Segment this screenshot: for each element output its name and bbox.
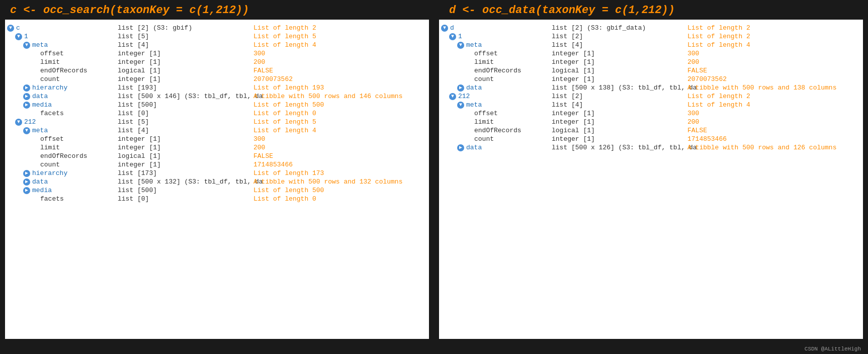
tree-row[interactable]: ▼dlist [2] (S3: gbif_data)List of length… — [441, 24, 861, 32]
col3-value: A tibble with 500 rows and 132 columns — [253, 178, 427, 186]
collapse-icon[interactable]: ▶ — [23, 102, 30, 109]
col2-type: integer [1] — [552, 135, 687, 143]
col1-cell: ▼meta — [7, 41, 118, 49]
col2-type: integer [1] — [118, 135, 253, 143]
col3-value: List of length 0 — [253, 195, 427, 203]
expand-icon[interactable]: ▼ — [23, 127, 30, 134]
col3-value: List of length 4 — [687, 41, 861, 49]
tree-row[interactable]: ▼212list [2]List of length 2 — [441, 92, 861, 101]
expand-icon[interactable]: ▼ — [457, 42, 464, 49]
tree-row: endOfRecordslogical [1]FALSE — [441, 66, 861, 75]
col3-value: List of length 2 — [687, 24, 861, 32]
expand-icon[interactable]: ▼ — [15, 119, 22, 126]
col3-value: List of length 4 — [687, 101, 861, 109]
expand-icon[interactable]: ▼ — [457, 102, 464, 109]
tree-row: limitinteger [1]200 — [7, 58, 427, 66]
left-header: c <- occ_search(taxonKey = c(1,212)) — [5, 4, 434, 17]
tree-row[interactable]: ▶datalist [500 x 126] (S3: tbl_df, tbl, … — [441, 143, 861, 152]
col1-cell: count — [441, 75, 552, 83]
tree-row[interactable]: ▶hierarchylist [193]List of length 193 — [7, 83, 427, 92]
col2-type: list [5] — [118, 118, 253, 126]
tree-row[interactable]: ▶medialist [500]List of length 500 — [7, 101, 427, 109]
expand-icon[interactable]: ▼ — [15, 33, 22, 40]
collapse-icon[interactable]: ▶ — [23, 187, 30, 194]
col3-value: List of length 500 — [253, 187, 427, 194]
tree-row[interactable]: ▼212list [5]List of length 5 — [7, 118, 427, 126]
collapse-icon[interactable]: ▶ — [23, 179, 30, 186]
row-name-label: endOfRecords — [474, 127, 522, 134]
left-title: c <- occ_search(taxonKey = c(1,212)) — [10, 4, 249, 17]
expand-icon[interactable]: ▼ — [449, 93, 456, 100]
col2-type: list [4] — [552, 101, 687, 109]
tree-row[interactable]: ▼metalist [4]List of length 4 — [7, 41, 427, 49]
col2-type: list [500 x 146] (S3: tbl_df, tbl, da — [118, 93, 253, 100]
tree-row: countinteger [1]1714853466 — [441, 135, 861, 143]
tree-row[interactable]: ▶medialist [500]List of length 500 — [7, 186, 427, 195]
col3-value: List of length 5 — [253, 118, 427, 126]
col2-type: list [500 x 126] (S3: tbl_df, tbl, da — [552, 144, 687, 151]
row-name-label: facets — [40, 110, 64, 117]
row-name-label: 1 — [458, 33, 462, 40]
col1-cell: ▼d — [441, 24, 552, 32]
collapse-icon[interactable]: ▶ — [23, 170, 30, 177]
row-name-label: endOfRecords — [474, 67, 522, 74]
tree-row[interactable]: ▼metalist [4]List of length 4 — [441, 41, 861, 49]
col1-cell: ▶hierarchy — [7, 84, 118, 92]
col2-type: logical [1] — [118, 67, 253, 74]
expand-icon[interactable]: ▼ — [7, 25, 14, 32]
tree-row: facetslist [0]List of length 0 — [7, 195, 427, 203]
col3-value: 300 — [687, 110, 861, 117]
col3-value: List of length 500 — [253, 101, 427, 109]
col1-cell: facets — [7, 195, 118, 203]
col2-type: list [0] — [118, 110, 253, 117]
col3-value: List of length 173 — [253, 169, 427, 177]
col2-type: list [500 x 138] (S3: tbl_df, tbl, da — [552, 84, 687, 92]
tree-row[interactable]: ▼1list [5]List of length 5 — [7, 32, 427, 41]
tree-row: offsetinteger [1]300 — [7, 135, 427, 143]
right-panel: ▼dlist [2] (S3: gbif_data)List of length… — [439, 20, 863, 339]
collapse-icon[interactable]: ▶ — [457, 84, 464, 92]
col2-type: integer [1] — [118, 75, 253, 83]
col1-cell: endOfRecords — [7, 152, 118, 160]
row-name-label: meta — [466, 101, 482, 109]
tree-row[interactable]: ▼metalist [4]List of length 4 — [7, 126, 427, 135]
tree-row[interactable]: ▶hierarchylist [173]List of length 173 — [7, 169, 427, 178]
col2-type: integer [1] — [552, 58, 687, 66]
expand-icon[interactable]: ▼ — [441, 25, 448, 32]
tree-row[interactable]: ▼clist [2] (S3: gbif)List of length 2 — [7, 24, 427, 32]
row-name-label: limit — [474, 118, 494, 126]
col1-cell: ▶data — [7, 178, 118, 186]
collapse-icon[interactable]: ▶ — [23, 93, 30, 100]
col1-cell: ▼meta — [7, 127, 118, 134]
tree-row[interactable]: ▶datalist [500 x 132] (S3: tbl_df, tbl, … — [7, 178, 427, 186]
row-name-label: count — [40, 161, 60, 168]
row-name-label: offset — [40, 50, 64, 57]
row-name-label: 1 — [24, 33, 28, 40]
tree-row[interactable]: ▶datalist [500 x 138] (S3: tbl_df, tbl, … — [441, 83, 861, 92]
right-header: d <- occ_data(taxonKey = c(1,212)) — [434, 4, 863, 17]
page: c <- occ_search(taxonKey = c(1,212)) d <… — [0, 0, 868, 354]
col3-value: 300 — [687, 50, 861, 57]
tree-row[interactable]: ▶datalist [500 x 146] (S3: tbl_df, tbl, … — [7, 92, 427, 101]
row-name-label: offset — [40, 135, 64, 143]
col1-cell: endOfRecords — [7, 67, 118, 74]
col2-type: integer [1] — [552, 110, 687, 117]
tree-row[interactable]: ▼metalist [4]List of length 4 — [441, 101, 861, 109]
tree-row: countinteger [1]2070073562 — [441, 75, 861, 83]
col2-type: integer [1] — [118, 161, 253, 168]
collapse-icon[interactable]: ▶ — [23, 84, 30, 92]
expand-icon[interactable]: ▼ — [23, 42, 30, 49]
expand-icon[interactable]: ▼ — [449, 33, 456, 40]
col1-cell: ▶data — [441, 144, 552, 151]
col3-value: FALSE — [687, 127, 861, 134]
row-name-label: hierarchy — [32, 169, 67, 177]
row-name-label: limit — [40, 58, 60, 66]
row-name-label: d — [450, 24, 454, 32]
collapse-icon[interactable]: ▶ — [457, 144, 464, 151]
col2-type: list [4] — [118, 127, 253, 134]
tree-row[interactable]: ▼1list [2]List of length 2 — [441, 32, 861, 41]
footer-text: CSDN @ALittleHigh — [805, 346, 861, 352]
col3-value: FALSE — [687, 67, 861, 74]
col1-cell: offset — [441, 50, 552, 57]
tree-row: offsetinteger [1]300 — [7, 49, 427, 58]
